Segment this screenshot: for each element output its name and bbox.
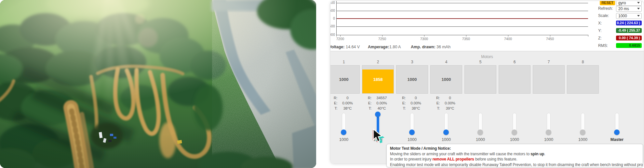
rpm-value: 0 — [341, 95, 355, 100]
rpm-label: R: — [367, 95, 372, 100]
master-slider[interactable] — [614, 113, 620, 134]
chevron-down-icon — [637, 15, 640, 17]
motor-output-box — [533, 65, 565, 94]
error-value: 0.00% — [375, 100, 389, 106]
motor-column-8: 8 R: E: T: 1000 — [567, 60, 599, 142]
amperage-value: 1.80 A — [389, 45, 401, 49]
slider-knob[interactable] — [341, 130, 346, 135]
slider-knob[interactable] — [546, 130, 551, 135]
temp-label: T: — [401, 106, 406, 111]
slider-knob[interactable] — [409, 130, 415, 135]
slider-knob[interactable] — [614, 130, 620, 135]
motor-slider[interactable] — [443, 113, 449, 134]
motor-slider[interactable] — [511, 113, 518, 134]
y-tick-label: -500 — [330, 24, 335, 29]
scale-value: 1000 — [618, 14, 627, 18]
slider-value: 1000 — [476, 137, 485, 142]
temp-value: 38°C — [341, 106, 355, 111]
rpm-label: R: — [436, 95, 440, 100]
motor-slider[interactable] — [545, 113, 552, 134]
rpm-label: R: — [333, 95, 338, 100]
motor-output-value: 1858 — [362, 66, 394, 93]
motor-number: 5 — [479, 60, 482, 64]
slider-value: 1000 — [442, 137, 451, 142]
temp-label: T: — [333, 106, 338, 111]
master-label: Master — [610, 137, 624, 142]
y-axis-label: Y: — [598, 28, 615, 33]
motor-column-1: 1 1000 R:0 E:0.00% T:38°C 1000 — [330, 60, 360, 142]
motor-output-value: 1000 — [330, 66, 359, 93]
motor-output-value: 1000 — [431, 66, 462, 93]
rpm-value: 0 — [409, 95, 423, 100]
amp-drawn-label: Amp. drawn: — [411, 45, 436, 49]
axis-tick — [382, 35, 382, 37]
x-tick-label: 7450 — [543, 37, 557, 41]
motor-column-7: 7 R: E: T: 1000 — [533, 60, 565, 142]
error-value: 0.00% — [443, 100, 457, 106]
motor-output-box: 1000 — [330, 65, 360, 94]
x-tick-label: 7300 — [417, 37, 431, 41]
gyro-trace-line — [337, 18, 588, 19]
gridline — [337, 3, 588, 3]
x-axis-label: X: — [598, 21, 615, 26]
aerial-landscape-illustration — [0, 0, 316, 168]
x-tick-label: 7250 — [375, 37, 389, 41]
x-value-badge: 0.24 ( 224.63 ) — [616, 21, 642, 25]
refresh-select[interactable]: 20 ms — [616, 6, 642, 12]
reset-button[interactable]: RESET — [600, 1, 615, 5]
slider-knob[interactable] — [512, 130, 517, 135]
motor-number: 7 — [548, 60, 550, 64]
slider-knob[interactable] — [443, 130, 449, 135]
motor-output-box: 1858 — [362, 65, 394, 94]
sensor-source-value: gyro — [618, 1, 626, 5]
y-tick-label: 500 — [330, 8, 335, 13]
slider-knob[interactable] — [477, 130, 483, 135]
fpv-video-frame — [0, 0, 316, 168]
motor-slider[interactable] — [477, 113, 484, 134]
motor-column-6: 6 R: E: T: 1000 — [499, 60, 530, 142]
rms-value-badge: 0.6815 — [616, 43, 642, 48]
axis-tick — [336, 35, 337, 37]
temp-label: T: — [367, 106, 372, 111]
temp-value: 40°C — [375, 106, 389, 111]
rpm-label: R: — [401, 95, 406, 100]
scale-select[interactable]: 1000 — [616, 13, 642, 19]
rms-label: RMS: — [598, 43, 615, 48]
motor-output-value: 1000 — [396, 66, 428, 93]
chevron-down-icon — [637, 8, 640, 9]
axis-tick — [466, 35, 466, 37]
y-tick-label: -1000 — [330, 33, 335, 37]
temp-value: 39°C — [443, 106, 457, 111]
notice-line-3: Enabling motor test mode will also tempo… — [390, 162, 639, 168]
slider-value: 1000 — [544, 137, 553, 142]
x-tick-label: 7200 — [333, 37, 347, 41]
motor-output-value — [533, 66, 564, 93]
motor-column-3: 3 1000 R:0 E:0.00% T:38°C 1000 — [396, 60, 428, 142]
slider-value: 1000 — [339, 137, 348, 142]
temp-label: T: — [436, 106, 440, 111]
master-column: Master — [601, 60, 633, 142]
amperage-label: Amperage: — [368, 45, 389, 49]
y-tick-label: 0 — [330, 16, 335, 21]
motor-slider[interactable] — [341, 113, 347, 134]
motor-stats: R:0 E:0.00% T:39°C — [436, 95, 457, 111]
motor-column-5: 5 R: E: T: 1000 — [464, 60, 496, 142]
y-value-badge: -0.49 ( 255.37 ) — [616, 28, 642, 33]
gridline — [337, 26, 588, 27]
y-tick-label: 1000 — [330, 1, 335, 5]
sensor-source-select[interactable]: gyro — [616, 1, 642, 6]
rpm-value: 34557 — [375, 95, 389, 100]
motor-number: 8 — [582, 60, 584, 64]
error-label: E: — [367, 100, 372, 106]
motor-slider[interactable] — [409, 113, 415, 134]
chevron-down-icon — [637, 2, 640, 4]
motor-number: 2 — [377, 60, 379, 64]
x-axis — [336, 35, 588, 35]
motor-output-box: 1000 — [396, 65, 428, 94]
motor-output-box — [499, 65, 530, 94]
motor-slider[interactable] — [580, 113, 586, 134]
motor-stats: R:34557 E:0.00% T:40°C — [367, 95, 389, 111]
slider-knob[interactable] — [580, 130, 585, 135]
motor-number: 4 — [445, 60, 448, 64]
gridline — [337, 11, 588, 11]
